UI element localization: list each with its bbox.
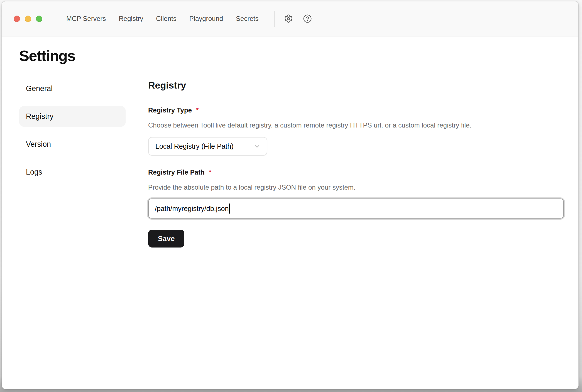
required-asterisk: * xyxy=(209,168,211,176)
close-window-button[interactable] xyxy=(14,16,20,22)
registry-file-path-description: Provide the absolute path to a local reg… xyxy=(148,183,564,191)
settings-page: Settings General Registry Version Logs R… xyxy=(2,36,578,248)
chevron-down-icon xyxy=(253,143,261,150)
zoom-window-button[interactable] xyxy=(36,16,42,22)
section-heading: Registry xyxy=(148,80,564,91)
registry-file-path-input[interactable]: /path/myregistry/db.json xyxy=(148,199,564,219)
registry-file-path-value: /path/myregistry/db.json xyxy=(155,205,229,213)
main-nav: MCP Servers Registry Clients Playground … xyxy=(66,15,258,23)
nav-item-registry[interactable]: Registry xyxy=(119,15,143,23)
registry-type-description: Choose between ToolHive default registry… xyxy=(148,121,564,129)
sidebar-item-general[interactable]: General xyxy=(19,78,126,99)
window-controls xyxy=(14,16,42,22)
registry-file-path-label: Registry File Path xyxy=(148,168,205,176)
registry-type-label: Registry Type xyxy=(148,106,192,114)
nav-item-playground[interactable]: Playground xyxy=(189,15,223,23)
save-button[interactable]: Save xyxy=(148,230,184,248)
settings-sidebar: General Registry Version Logs xyxy=(19,78,126,248)
desktop-background: MCP Servers Registry Clients Playground … xyxy=(0,0,582,392)
text-cursor xyxy=(229,204,230,214)
nav-item-mcp-servers[interactable]: MCP Servers xyxy=(66,15,106,23)
nav-item-clients[interactable]: Clients xyxy=(156,15,176,23)
sidebar-item-version[interactable]: Version xyxy=(19,134,126,155)
registry-file-path-label-row: Registry File Path * xyxy=(148,168,564,176)
help-circle-icon xyxy=(303,14,312,23)
minimize-window-button[interactable] xyxy=(25,16,31,22)
app-window: MCP Servers Registry Clients Playground … xyxy=(2,1,579,389)
registry-settings-panel: Registry Registry Type * Choose between … xyxy=(148,78,564,248)
gear-icon xyxy=(284,14,293,23)
help-button[interactable] xyxy=(303,14,312,23)
settings-layout: General Registry Version Logs Registry R… xyxy=(19,78,578,248)
nav-item-secrets[interactable]: Secrets xyxy=(236,15,258,23)
registry-type-select[interactable]: Local Registry (File Path) xyxy=(148,137,267,156)
sidebar-item-registry[interactable]: Registry xyxy=(19,106,126,127)
sidebar-item-logs[interactable]: Logs xyxy=(19,162,126,182)
settings-button[interactable] xyxy=(284,14,293,23)
required-asterisk: * xyxy=(196,106,199,114)
titlebar: MCP Servers Registry Clients Playground … xyxy=(2,1,578,36)
page-title: Settings xyxy=(19,47,578,64)
nav-divider xyxy=(274,11,275,27)
registry-type-selected-value: Local Registry (File Path) xyxy=(155,142,234,150)
registry-type-label-row: Registry Type * xyxy=(148,106,564,114)
